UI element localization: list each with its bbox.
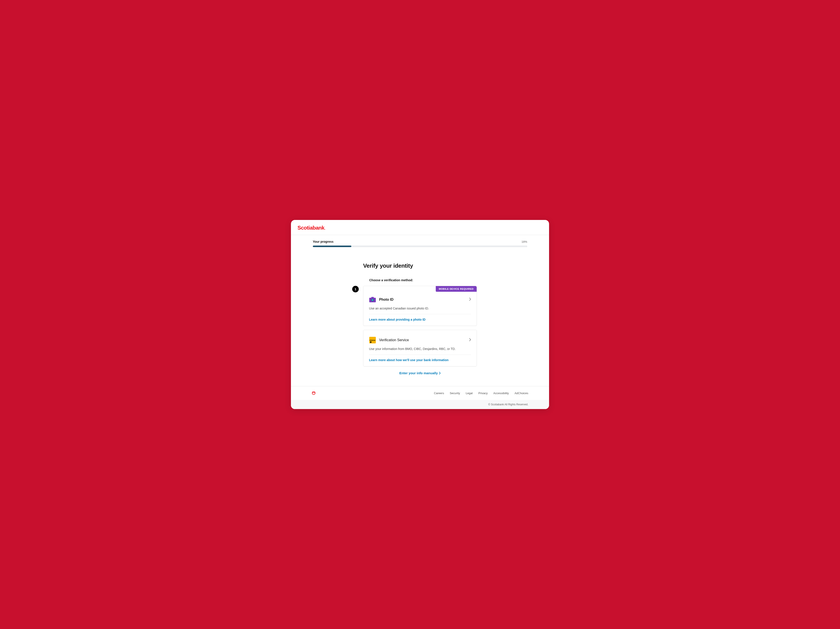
option-interac-title: Verification Service: [379, 338, 469, 342]
page-title: Verify your identity: [363, 262, 477, 269]
verification-options: 1 MOBILE DEVICE REQUIRED Photo ID: [363, 286, 477, 367]
app-shell: Scotiabank. Your progress 18% Verify you…: [291, 220, 549, 409]
footer-link-adchoices[interactable]: AdChoices: [515, 392, 528, 395]
progress-bar: [313, 245, 527, 247]
option-photo-id-title: Photo ID: [379, 298, 469, 302]
progress-section: Your progress 18%: [313, 235, 527, 249]
footer-links: Careers Security Legal Privacy Accessibi…: [434, 392, 528, 395]
footer-logo-icon[interactable]: [312, 391, 316, 395]
site-footer: Careers Security Legal Privacy Accessibi…: [291, 386, 549, 400]
footer-link-security[interactable]: Security: [450, 392, 460, 395]
brand-dot: .: [325, 227, 325, 230]
chevron-right-icon: [469, 338, 471, 342]
progress-percent: 18%: [521, 240, 527, 243]
footer-link-careers[interactable]: Careers: [434, 392, 444, 395]
step-badge: 1: [352, 286, 359, 292]
option-photo-id-desc: Use an accepted Canadian issued photo ID…: [363, 307, 477, 314]
brand-name: Scotiabank: [297, 225, 324, 231]
progress-bar-fill: [313, 245, 351, 247]
option-photo-id[interactable]: MOBILE DEVICE REQUIRED Photo ID: [363, 286, 477, 326]
site-header: Scotiabank.: [291, 220, 549, 235]
interac-logo-text: Interac: [369, 337, 376, 343]
camera-icon: [369, 296, 376, 303]
interac-icon: Interac: [369, 337, 376, 344]
option-interac-desc: Use your information from BMO, CIBC, Des…: [363, 347, 477, 354]
page-subtitle: Choose a verification method:: [369, 278, 477, 282]
mobile-required-pill: MOBILE DEVICE REQUIRED: [436, 286, 477, 292]
footer-link-accessibility[interactable]: Accessibility: [493, 392, 509, 395]
chevron-right-icon: [439, 372, 441, 375]
main-content: Verify your identity Choose a verificati…: [291, 249, 549, 386]
footer-link-privacy[interactable]: Privacy: [478, 392, 488, 395]
enter-manually-label: Enter your info manually: [399, 371, 438, 375]
learn-photo-id-link[interactable]: Learn more about providing a photo ID: [363, 314, 477, 326]
progress-label: Your progress: [313, 240, 333, 243]
brand-logo[interactable]: Scotiabank.: [297, 225, 543, 231]
learn-interac-link[interactable]: Learn more about how we'll use your bank…: [363, 355, 477, 366]
enter-manually-link[interactable]: Enter your info manually: [399, 371, 441, 375]
chevron-right-icon: [469, 298, 471, 302]
option-interac[interactable]: Interac Verification Service Use your in…: [363, 330, 477, 367]
copyright: © Scotiabank All Rights Reserved.: [291, 400, 549, 409]
footer-link-legal[interactable]: Legal: [466, 392, 473, 395]
